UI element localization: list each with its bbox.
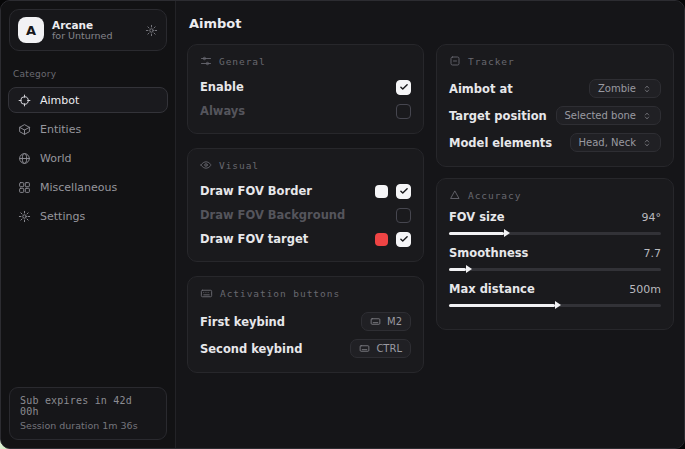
- sidebar-item-label: Miscellaneous: [40, 181, 117, 194]
- setting-row-max-distance: Max distance 500m: [449, 282, 661, 310]
- setting-label: Second keybind: [200, 342, 302, 356]
- aimbot-at-select[interactable]: Zombie: [589, 79, 661, 98]
- chevrons-up-down-icon: [642, 111, 652, 121]
- sidebar: A Arcane for Unturned Category Aimbot: [1, 1, 176, 448]
- slider-thumb[interactable]: [504, 229, 510, 237]
- model-elements-select[interactable]: Head, Neck: [570, 133, 661, 152]
- brand-card: A Arcane for Unturned: [9, 9, 167, 51]
- sidebar-item-miscellaneous[interactable]: Miscellaneous: [8, 174, 168, 200]
- slider-thumb[interactable]: [466, 265, 472, 273]
- sidebar-item-world[interactable]: World: [8, 145, 168, 171]
- sidebar-item-label: World: [40, 152, 72, 165]
- max-distance-slider[interactable]: [449, 300, 661, 310]
- brand-subtitle: for Unturned: [52, 31, 137, 42]
- setting-row-fov-size: FOV size 94°: [449, 210, 661, 238]
- eye-icon: [200, 159, 212, 171]
- setting-label: Aimbot at: [449, 82, 513, 96]
- brand-avatar: A: [18, 17, 44, 43]
- setting-row-smoothness: Smoothness 7.7: [449, 246, 661, 274]
- page-title: Aimbot: [176, 1, 684, 42]
- smoothness-slider[interactable]: [449, 264, 661, 274]
- chevrons-up-down-icon: [642, 138, 652, 148]
- smoothness-value: 7.7: [644, 247, 662, 260]
- keyboard-icon: [359, 343, 370, 354]
- keyboard-icon: [370, 316, 381, 327]
- keyboard-icon: [200, 287, 213, 300]
- select-value: Zombie: [598, 83, 636, 94]
- card-title: Visual: [219, 160, 259, 171]
- tracker-card: Tracker Aimbot at Zombie: [436, 44, 674, 167]
- fov-border-checkbox[interactable]: [396, 184, 411, 199]
- triangle-icon: [449, 189, 461, 201]
- sidebar-item-settings[interactable]: Settings: [8, 203, 168, 229]
- grid-icon: [18, 181, 31, 194]
- setting-row-first-keybind: First keybind M2: [200, 309, 411, 334]
- category-label: Category: [13, 69, 163, 79]
- setting-row-fov-target: Draw FOV target: [200, 228, 411, 250]
- setting-row-enable: Enable: [200, 76, 411, 98]
- subscription-box: Sub expires in 42d 00h Session duration …: [9, 387, 167, 440]
- brand-gear-icon[interactable]: [145, 24, 158, 37]
- setting-label: Enable: [200, 80, 244, 94]
- setting-row-fov-border: Draw FOV Border: [200, 180, 411, 202]
- setting-row-model-elements: Model elements Head, Neck: [449, 130, 661, 155]
- sidebar-item-label: Entities: [40, 123, 81, 136]
- first-keybind-button[interactable]: M2: [361, 312, 411, 331]
- setting-label: Max distance: [449, 282, 535, 296]
- enable-checkbox[interactable]: [396, 80, 411, 95]
- accuracy-card: Accuracy FOV size 94°: [436, 178, 674, 330]
- brand-name: Arcane: [52, 19, 137, 31]
- sidebar-item-entities[interactable]: Entities: [8, 116, 168, 142]
- screen: A Arcane for Unturned Category Aimbot: [0, 0, 685, 449]
- card-title: Activation buttons: [220, 288, 340, 299]
- keybind-value: M2: [387, 316, 402, 327]
- keybind-value: CTRL: [376, 343, 402, 354]
- setting-label: Smoothness: [449, 246, 528, 260]
- session-duration-text: Session duration 1m 36s: [20, 420, 156, 431]
- cube-icon: [18, 123, 31, 136]
- target-position-select[interactable]: Selected bone: [556, 106, 661, 125]
- setting-label: Draw FOV Border: [200, 184, 312, 198]
- sidebar-item-aimbot[interactable]: Aimbot: [8, 87, 168, 113]
- fov-target-checkbox[interactable]: [396, 232, 411, 247]
- second-keybind-button[interactable]: CTRL: [350, 339, 411, 358]
- setting-label: Draw FOV Background: [200, 208, 345, 222]
- setting-label: Draw FOV target: [200, 232, 308, 246]
- globe-icon: [18, 152, 31, 165]
- main-panel: Aimbot General Enable: [176, 1, 684, 448]
- max-distance-value: 500m: [629, 283, 661, 296]
- setting-label: Model elements: [449, 136, 552, 150]
- app-window: A Arcane for Unturned Category Aimbot: [0, 0, 685, 449]
- gear-icon: [18, 210, 31, 223]
- fov-size-value: 94°: [642, 211, 662, 224]
- slider-thumb[interactable]: [555, 301, 561, 309]
- sidebar-item-label: Settings: [40, 210, 85, 223]
- setting-row-aimbot-at: Aimbot at Zombie: [449, 76, 661, 101]
- setting-row-target-position: Target position Selected bone: [449, 103, 661, 128]
- square-minus-icon: [449, 55, 461, 67]
- setting-label: Always: [200, 104, 245, 118]
- general-card: General Enable Always: [187, 44, 424, 134]
- color-swatch[interactable]: [375, 233, 388, 246]
- card-title: Accuracy: [468, 190, 521, 201]
- sidebar-nav: Aimbot Entities World: [1, 87, 175, 229]
- setting-label: Target position: [449, 109, 547, 123]
- activation-card: Activation buttons First keybind M2: [187, 276, 424, 373]
- select-value: Head, Neck: [579, 137, 636, 148]
- card-title: General: [219, 56, 266, 67]
- setting-row-second-keybind: Second keybind CTRL: [200, 336, 411, 361]
- crosshair-icon: [18, 94, 31, 107]
- sliders-icon: [200, 55, 212, 67]
- color-swatch[interactable]: [375, 185, 388, 198]
- setting-label: FOV size: [449, 210, 505, 224]
- chevrons-up-down-icon: [642, 84, 652, 94]
- sub-expiry-text: Sub expires in 42d 00h: [20, 395, 156, 417]
- card-title: Tracker: [468, 56, 515, 67]
- setting-row-fov-background: Draw FOV Background: [200, 204, 411, 226]
- setting-label: First keybind: [200, 315, 285, 329]
- setting-row-always: Always: [200, 100, 411, 122]
- always-checkbox[interactable]: [396, 104, 411, 119]
- sidebar-item-label: Aimbot: [40, 94, 79, 107]
- fov-size-slider[interactable]: [449, 228, 661, 238]
- fov-background-checkbox[interactable]: [396, 208, 411, 223]
